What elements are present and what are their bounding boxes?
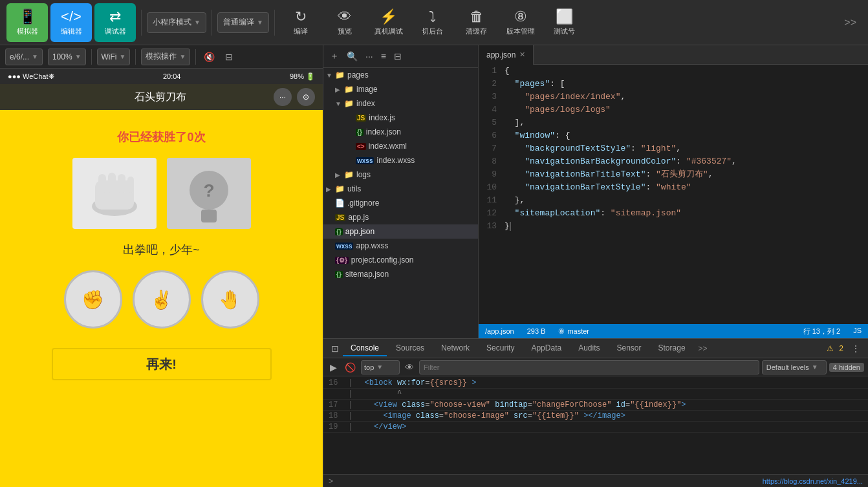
phone-container: ●●● WeChat❋ 20:04 98% 🔋 石头剪刀布 ··· ⊙ 你已经获…: [0, 69, 323, 487]
code-line-4: 4 "pages/logs/logs": [479, 103, 868, 116]
eye-btn[interactable]: 👁: [402, 360, 417, 375]
main-area: e/6/... ▼ 100% ▼ WiFi ▼ 模拟操作 ▼ 🔇 ⊟: [0, 45, 868, 487]
debugger-btn[interactable]: ⇄ 调试器: [94, 3, 136, 42]
choice-img-2: ?: [167, 158, 251, 229]
device-icon: ⚡: [380, 8, 397, 25]
again-button[interactable]: 再来!: [52, 348, 272, 380]
zoom-select[interactable]: 100% ▼: [48, 49, 86, 65]
tree-index-wxml[interactable]: <> index.wxml: [323, 139, 478, 153]
add-file-btn[interactable]: ＋: [327, 48, 342, 65]
device-btn[interactable]: ⚡ 真机调试: [368, 3, 409, 42]
tree-pages[interactable]: ▼ 📁 pages: [323, 68, 478, 82]
expand-btn[interactable]: >>: [839, 12, 862, 34]
search-file-btn[interactable]: 🔍: [344, 49, 360, 64]
mode-select[interactable]: 小程序模式 ▼: [147, 12, 206, 33]
tree-project-config[interactable]: {⚙} project.config.json: [323, 253, 478, 267]
test-btn[interactable]: ⬜ 测试号: [544, 3, 585, 42]
mute-btn[interactable]: 🔇: [201, 49, 217, 65]
code-area[interactable]: 1 { 2 "pages": [ 3 "pages/index/index", …: [479, 65, 868, 324]
choice-row: ✊ ✌️ 🤚: [64, 270, 259, 329]
console-tab-storage[interactable]: Storage: [651, 341, 693, 356]
refresh-btn[interactable]: ↻ 编译: [280, 3, 321, 42]
version-icon: ⑧: [514, 8, 527, 25]
code-line-12: 12 "sitemapLocation": "sitemap.json": [479, 207, 868, 220]
svg-rect-8: [201, 210, 217, 222]
console-tab-appdata[interactable]: AppData: [523, 341, 569, 356]
console-settings-icon[interactable]: ⋮: [849, 341, 863, 356]
tree-sitemap[interactable]: {} sitemap.json: [323, 267, 478, 281]
close-tab-icon[interactable]: ✕: [519, 50, 525, 59]
tree-image[interactable]: ▶ 📁 image: [323, 82, 478, 96]
tree-index-wxss[interactable]: wxss index.wxss: [323, 153, 478, 168]
sep3: [274, 10, 275, 36]
simulator-panel: e/6/... ▼ 100% ▼ WiFi ▼ 模拟操作 ▼ 🔇 ⊟: [0, 45, 323, 487]
console-tab-sources[interactable]: Sources: [388, 341, 432, 356]
sort-btn[interactable]: ≡: [378, 49, 389, 64]
version-btn[interactable]: ⑧ 版本管理: [500, 3, 541, 42]
svg-rect-3: [108, 173, 116, 193]
tree-logs[interactable]: ▶ 📁 logs: [323, 168, 478, 182]
more-btn[interactable]: ···: [363, 49, 376, 64]
logs-folder-icon: 📁: [344, 170, 354, 179]
simulator-icon: 📱: [19, 8, 36, 25]
tree-utils[interactable]: ▶ 📁 utils: [323, 182, 478, 196]
sep6: [195, 49, 196, 65]
tree-index-json[interactable]: {} index.json: [323, 125, 478, 139]
filter-input[interactable]: [419, 360, 759, 374]
tree-gitignore[interactable]: 📄 .gitignore: [323, 196, 478, 210]
collapse-btn[interactable]: ⊟: [391, 49, 404, 64]
clear-btn[interactable]: 🗑 清缓存: [456, 3, 497, 42]
compile-select[interactable]: 普通编译 ▼: [217, 12, 269, 33]
console-more-btn[interactable]: >>: [695, 341, 711, 356]
compile-arrow: ▼: [257, 19, 263, 26]
operation-select[interactable]: 模拟操作 ▼: [141, 49, 190, 65]
editor-btn[interactable]: </> 编辑器: [50, 3, 92, 42]
preview-btn[interactable]: 👁 预览: [324, 3, 365, 42]
console-tab-console[interactable]: Console: [343, 341, 387, 356]
index-folder-icon: 📁: [344, 99, 354, 108]
cut-btn[interactable]: ⤵ 切后台: [412, 3, 453, 42]
code-line-3: 3 "pages/index/index",: [479, 91, 868, 103]
footer-link[interactable]: https://blog.csdn.net/xin_4219...: [763, 477, 863, 485]
sep2: [212, 10, 212, 36]
choice-paper[interactable]: 🤚: [201, 270, 259, 329]
network-select[interactable]: WiFi ▼: [97, 49, 131, 65]
circle-icon[interactable]: ⊙: [297, 88, 315, 106]
play-btn[interactable]: ▶: [327, 360, 340, 375]
block-btn[interactable]: 🚫: [342, 360, 358, 375]
levels-select[interactable]: Default levels ▼: [762, 360, 827, 374]
levels-arrow: ▼: [812, 363, 818, 371]
game-title: 石头剪刀布: [135, 91, 186, 104]
simulator-btn[interactable]: 📱 模拟器: [6, 3, 48, 42]
editor-area: ＋ 🔍 ··· ≡ ⊟ ▼ 📁 pages ▶ 📁: [323, 45, 868, 338]
console-tabs: ⊡ Console Sources Network Security AppDa…: [323, 339, 868, 358]
dots-icon[interactable]: ···: [274, 88, 292, 106]
code-line-1: 1 {: [479, 65, 868, 78]
second-toolbar: e/6/... ▼ 100% ▼ WiFi ▼ 模拟操作 ▼ 🔇 ⊟: [0, 45, 323, 69]
console-line-caret: | ^: [323, 389, 868, 400]
console-tab-audits[interactable]: Audits: [570, 341, 607, 356]
tree-index[interactable]: ▼ 📁 index: [323, 96, 478, 111]
console-sidebar-btn[interactable]: ⊡: [329, 341, 342, 356]
image-folder-icon: 📁: [344, 85, 354, 94]
tree-app-wxss[interactable]: wxss app.wxss: [323, 239, 478, 253]
status-position: 行 13，列 2: [803, 327, 840, 336]
choice-scissors[interactable]: ✌️: [133, 270, 191, 329]
page-select[interactable]: e/6/... ▼: [5, 49, 43, 65]
console-tab-security[interactable]: Security: [479, 341, 522, 356]
choice-rock[interactable]: ✊: [64, 270, 122, 329]
footer-expand-icon[interactable]: >: [329, 477, 333, 486]
console-tab-network[interactable]: Network: [433, 341, 477, 356]
phone-status-bar: ●●● WeChat❋ 20:04 98% 🔋: [0, 69, 323, 84]
context-select[interactable]: top ▼: [361, 360, 400, 374]
top-toolbar: 📱 模拟器 </> 编辑器 ⇄ 调试器 小程序模式 ▼ 普通编译 ▼ ↻ 编译 …: [0, 0, 868, 45]
js-badge-2: JS: [335, 214, 345, 221]
tree-index-js[interactable]: JS index.js: [323, 111, 478, 125]
tree-app-json[interactable]: {} app.json: [323, 224, 478, 239]
operation-arrow: ▼: [179, 53, 186, 60]
editor-tab-appjson[interactable]: app.json ✕: [479, 45, 534, 65]
fight-text: 出拳吧，少年~: [123, 242, 200, 257]
console-tab-sensor[interactable]: Sensor: [609, 341, 649, 356]
minimize-sim-btn[interactable]: ⊟: [222, 49, 235, 65]
tree-app-js[interactable]: JS app.js: [323, 210, 478, 224]
